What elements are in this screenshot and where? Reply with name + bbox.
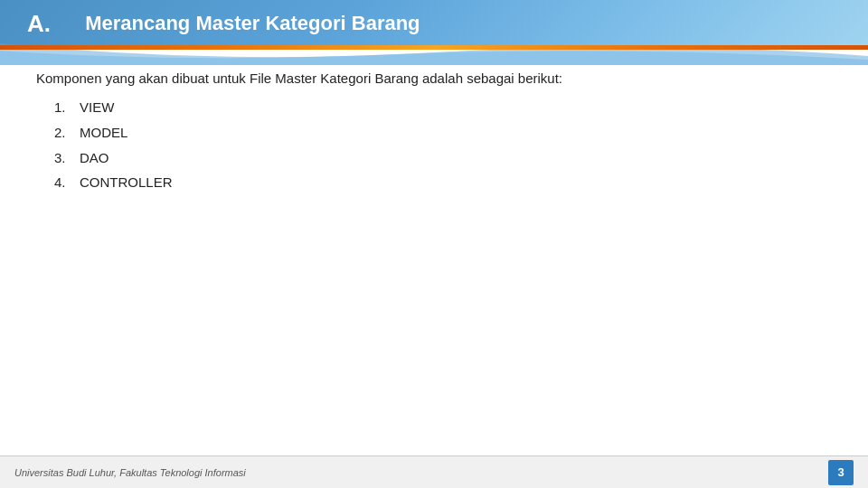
- page-number: 3: [828, 460, 854, 485]
- list-item-label: VIEW: [80, 95, 114, 120]
- content-area: Komponen yang akan dibuat untuk File Mas…: [36, 68, 832, 443]
- list-item: 3.DAO: [54, 145, 832, 171]
- list-item-label: DAO: [80, 145, 109, 171]
- list-item-number: 3.: [54, 145, 72, 171]
- header-title-text: Merancang Master Kategori Barang: [85, 12, 420, 35]
- list-item-number: 4.: [54, 170, 72, 195]
- components-list: 1.VIEW2.MODEL3.DAO4.CONTROLLER: [36, 95, 832, 195]
- list-item-number: 2.: [54, 120, 72, 145]
- list-item: 1.VIEW: [54, 95, 832, 120]
- slide-container: A. Merancang Master Kategori Barang Komp…: [0, 0, 868, 488]
- header-bar: A. Merancang Master Kategori Barang: [0, 0, 868, 47]
- list-item: 2.MODEL: [54, 120, 832, 145]
- list-item-label: CONTROLLER: [80, 170, 173, 195]
- list-item-number: 1.: [54, 95, 72, 120]
- header-title: A. Merancang Master Kategori Barang: [27, 10, 420, 38]
- header-separator: [65, 12, 71, 35]
- list-item: 4.CONTROLLER: [54, 170, 832, 195]
- footer-text: Universitas Budi Luhur, Fakultas Teknolo…: [14, 467, 246, 478]
- header-letter: A.: [27, 10, 51, 38]
- footer: Universitas Budi Luhur, Fakultas Teknolo…: [0, 455, 868, 488]
- list-item-label: MODEL: [80, 120, 127, 145]
- orange-line: [0, 45, 868, 50]
- intro-text: Komponen yang akan dibuat untuk File Mas…: [36, 68, 832, 89]
